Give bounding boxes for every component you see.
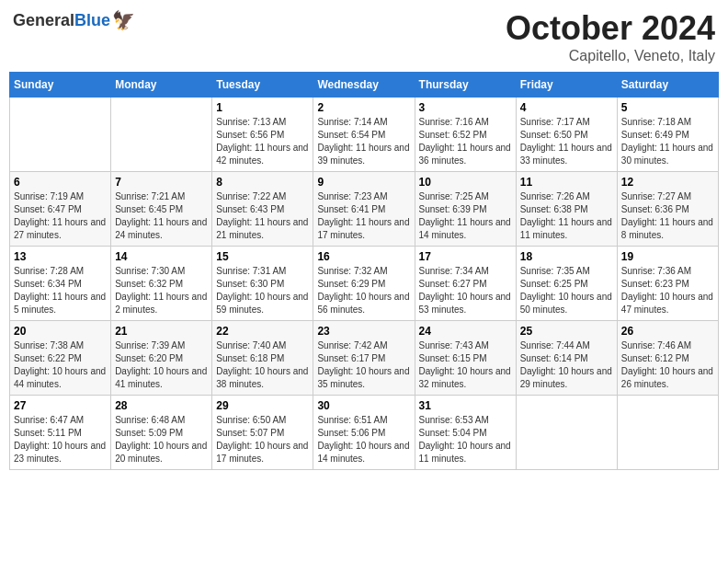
day-info: Sunrise: 7:40 AM Sunset: 6:18 PM Dayligh… xyxy=(216,339,309,391)
day-number: 17 xyxy=(419,250,512,263)
weekday-header-friday: Friday xyxy=(516,73,617,98)
day-number: 21 xyxy=(115,325,208,338)
day-info: Sunrise: 7:26 AM Sunset: 6:38 PM Dayligh… xyxy=(520,190,613,242)
day-number: 31 xyxy=(419,399,512,412)
calendar-cell: 15Sunrise: 7:31 AM Sunset: 6:30 PM Dayli… xyxy=(212,247,313,321)
calendar-cell xyxy=(10,98,111,172)
day-info: Sunrise: 7:44 AM Sunset: 6:14 PM Dayligh… xyxy=(520,339,613,391)
calendar-cell: 27Sunrise: 6:47 AM Sunset: 5:11 PM Dayli… xyxy=(10,396,111,470)
logo-blue-text: Blue xyxy=(74,11,110,30)
day-number: 5 xyxy=(621,101,714,114)
day-info: Sunrise: 6:53 AM Sunset: 5:04 PM Dayligh… xyxy=(419,414,512,465)
day-number: 7 xyxy=(115,176,208,189)
day-info: Sunrise: 7:19 AM Sunset: 6:47 PM Dayligh… xyxy=(14,190,107,242)
day-info: Sunrise: 7:27 AM Sunset: 6:36 PM Dayligh… xyxy=(621,190,714,242)
day-info: Sunrise: 7:18 AM Sunset: 6:49 PM Dayligh… xyxy=(621,116,714,167)
day-number: 4 xyxy=(520,101,613,114)
calendar-cell: 2Sunrise: 7:14 AM Sunset: 6:54 PM Daylig… xyxy=(313,98,415,172)
day-number: 2 xyxy=(317,101,410,114)
calendar-week-row: 13Sunrise: 7:28 AM Sunset: 6:34 PM Dayli… xyxy=(10,247,719,321)
day-number: 23 xyxy=(317,325,410,338)
day-number: 24 xyxy=(419,325,512,338)
calendar-cell: 22Sunrise: 7:40 AM Sunset: 6:18 PM Dayli… xyxy=(212,321,313,396)
calendar-cell: 10Sunrise: 7:25 AM Sunset: 6:39 PM Dayli… xyxy=(415,172,516,247)
location-subtitle: Capitello, Veneto, Italy xyxy=(506,48,715,64)
calendar-header-row: SundayMondayTuesdayWednesdayThursdayFrid… xyxy=(10,73,719,98)
day-number: 30 xyxy=(317,399,410,412)
weekday-header-monday: Monday xyxy=(111,73,212,98)
calendar-cell: 9Sunrise: 7:23 AM Sunset: 6:41 PM Daylig… xyxy=(313,172,415,247)
day-info: Sunrise: 7:22 AM Sunset: 6:43 PM Dayligh… xyxy=(216,190,309,242)
day-number: 29 xyxy=(216,399,309,412)
day-info: Sunrise: 7:28 AM Sunset: 6:34 PM Dayligh… xyxy=(14,265,107,316)
day-number: 25 xyxy=(520,325,613,338)
day-number: 10 xyxy=(419,176,512,189)
day-info: Sunrise: 7:46 AM Sunset: 6:12 PM Dayligh… xyxy=(621,339,714,391)
calendar-cell: 11Sunrise: 7:26 AM Sunset: 6:38 PM Dayli… xyxy=(516,172,617,247)
day-number: 18 xyxy=(520,250,613,263)
logo: General Blue 🦅 xyxy=(13,9,135,31)
day-number: 6 xyxy=(14,176,107,189)
day-info: Sunrise: 7:13 AM Sunset: 6:56 PM Dayligh… xyxy=(216,116,309,167)
day-info: Sunrise: 7:32 AM Sunset: 6:29 PM Dayligh… xyxy=(317,265,410,316)
day-info: Sunrise: 7:35 AM Sunset: 6:25 PM Dayligh… xyxy=(520,265,613,316)
day-number: 14 xyxy=(115,250,208,263)
calendar-week-row: 6Sunrise: 7:19 AM Sunset: 6:47 PM Daylig… xyxy=(10,172,719,247)
day-info: Sunrise: 7:21 AM Sunset: 6:45 PM Dayligh… xyxy=(115,190,208,242)
day-info: Sunrise: 7:23 AM Sunset: 6:41 PM Dayligh… xyxy=(317,190,410,242)
weekday-header-sunday: Sunday xyxy=(10,73,111,98)
calendar-cell: 8Sunrise: 7:22 AM Sunset: 6:43 PM Daylig… xyxy=(212,172,313,247)
day-number: 3 xyxy=(419,101,512,114)
day-info: Sunrise: 7:17 AM Sunset: 6:50 PM Dayligh… xyxy=(520,116,613,167)
day-number: 1 xyxy=(216,101,309,114)
calendar-cell: 20Sunrise: 7:38 AM Sunset: 6:22 PM Dayli… xyxy=(10,321,111,396)
day-info: Sunrise: 6:51 AM Sunset: 5:06 PM Dayligh… xyxy=(317,414,410,465)
calendar-cell xyxy=(111,98,212,172)
logo-bird-icon: 🦅 xyxy=(112,9,135,31)
calendar-cell: 17Sunrise: 7:34 AM Sunset: 6:27 PM Dayli… xyxy=(415,247,516,321)
day-info: Sunrise: 7:34 AM Sunset: 6:27 PM Dayligh… xyxy=(419,265,512,316)
calendar-cell: 29Sunrise: 6:50 AM Sunset: 5:07 PM Dayli… xyxy=(212,396,313,470)
calendar-cell: 24Sunrise: 7:43 AM Sunset: 6:15 PM Dayli… xyxy=(415,321,516,396)
day-number: 9 xyxy=(317,176,410,189)
calendar-cell: 12Sunrise: 7:27 AM Sunset: 6:36 PM Dayli… xyxy=(617,172,718,247)
day-info: Sunrise: 7:30 AM Sunset: 6:32 PM Dayligh… xyxy=(115,265,208,316)
day-info: Sunrise: 7:36 AM Sunset: 6:23 PM Dayligh… xyxy=(621,265,714,316)
calendar-cell: 7Sunrise: 7:21 AM Sunset: 6:45 PM Daylig… xyxy=(111,172,212,247)
day-info: Sunrise: 7:39 AM Sunset: 6:20 PM Dayligh… xyxy=(115,339,208,391)
day-number: 16 xyxy=(317,250,410,263)
calendar-cell: 18Sunrise: 7:35 AM Sunset: 6:25 PM Dayli… xyxy=(516,247,617,321)
calendar-cell: 13Sunrise: 7:28 AM Sunset: 6:34 PM Dayli… xyxy=(10,247,111,321)
title-area: October 2024 Capitello, Veneto, Italy xyxy=(506,9,715,64)
weekday-header-thursday: Thursday xyxy=(415,73,516,98)
logo-general-text: General xyxy=(13,11,74,30)
calendar-cell: 5Sunrise: 7:18 AM Sunset: 6:49 PM Daylig… xyxy=(617,98,718,172)
day-number: 8 xyxy=(216,176,309,189)
day-info: Sunrise: 7:25 AM Sunset: 6:39 PM Dayligh… xyxy=(419,190,512,242)
calendar-cell: 21Sunrise: 7:39 AM Sunset: 6:20 PM Dayli… xyxy=(111,321,212,396)
day-number: 19 xyxy=(621,250,714,263)
calendar-cell: 16Sunrise: 7:32 AM Sunset: 6:29 PM Dayli… xyxy=(313,247,415,321)
calendar-cell xyxy=(617,396,718,470)
day-number: 22 xyxy=(216,325,309,338)
calendar-week-row: 20Sunrise: 7:38 AM Sunset: 6:22 PM Dayli… xyxy=(10,321,719,396)
calendar-cell: 3Sunrise: 7:16 AM Sunset: 6:52 PM Daylig… xyxy=(415,98,516,172)
calendar-cell: 26Sunrise: 7:46 AM Sunset: 6:12 PM Dayli… xyxy=(617,321,718,396)
day-info: Sunrise: 6:48 AM Sunset: 5:09 PM Dayligh… xyxy=(115,414,208,465)
calendar-cell: 14Sunrise: 7:30 AM Sunset: 6:32 PM Dayli… xyxy=(111,247,212,321)
day-info: Sunrise: 7:14 AM Sunset: 6:54 PM Dayligh… xyxy=(317,116,410,167)
day-info: Sunrise: 6:50 AM Sunset: 5:07 PM Dayligh… xyxy=(216,414,309,465)
day-info: Sunrise: 7:38 AM Sunset: 6:22 PM Dayligh… xyxy=(14,339,107,391)
weekday-header-tuesday: Tuesday xyxy=(212,73,313,98)
calendar-table: SundayMondayTuesdayWednesdayThursdayFrid… xyxy=(9,72,719,470)
calendar-week-row: 1Sunrise: 7:13 AM Sunset: 6:56 PM Daylig… xyxy=(10,98,719,172)
calendar-cell: 4Sunrise: 7:17 AM Sunset: 6:50 PM Daylig… xyxy=(516,98,617,172)
day-number: 20 xyxy=(14,325,107,338)
day-number: 28 xyxy=(115,399,208,412)
calendar-cell: 28Sunrise: 6:48 AM Sunset: 5:09 PM Dayli… xyxy=(111,396,212,470)
day-number: 13 xyxy=(14,250,107,263)
calendar-cell: 19Sunrise: 7:36 AM Sunset: 6:23 PM Dayli… xyxy=(617,247,718,321)
month-title: October 2024 xyxy=(506,9,715,48)
day-info: Sunrise: 7:16 AM Sunset: 6:52 PM Dayligh… xyxy=(419,116,512,167)
weekday-header-saturday: Saturday xyxy=(617,73,718,98)
